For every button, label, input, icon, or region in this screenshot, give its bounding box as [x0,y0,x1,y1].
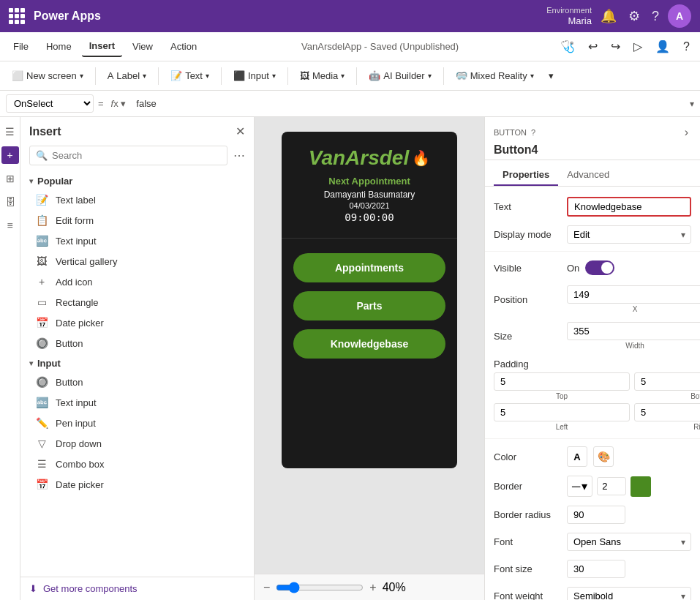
pad-left-input[interactable] [494,403,630,421]
list-item[interactable]: 🔘 Button [20,333,254,353]
list-item[interactable]: 🔤 Text input [20,392,254,413]
font-size-input[interactable] [567,560,625,578]
zoom-out-button[interactable]: − [263,581,270,594]
input-section-header[interactable]: ▾ Input [20,353,254,372]
list-item[interactable]: 📋 Edit form [20,210,254,230]
text-button[interactable]: 📝 Text ▾ [165,67,215,84]
redo-icon[interactable]: ↪ [606,37,625,56]
menu-insert[interactable]: Insert [82,36,122,57]
border-style-caret: ▾ [582,479,587,493]
person-icon[interactable]: 👤 [651,37,674,56]
zoom-slider[interactable] [276,582,364,593]
panel-expand-icon[interactable]: › [682,123,691,142]
media-button[interactable]: 🖼 Media ▾ [294,67,350,84]
menu-view[interactable]: View [125,37,160,56]
border-color-swatch[interactable] [631,476,651,497]
font-select[interactable]: Open Sans [567,533,691,551]
border-width-input[interactable] [597,477,626,495]
sidebar-data-icon[interactable]: 🗄 [1,193,19,211]
appointments-button[interactable]: Appointments [293,253,445,282]
text-prop-input[interactable] [567,197,691,217]
pad-top-input[interactable] [494,372,630,391]
edit-form-item: Edit form [56,215,94,226]
more-toolbar-button[interactable]: ▾ [543,67,560,84]
tab-advanced[interactable]: Advanced [558,165,618,186]
settings-icon[interactable]: ⚙ [625,5,643,27]
formula-expand-icon[interactable]: ▾ [690,99,694,109]
visible-toggle-switch[interactable] [585,260,614,275]
knowledgebase-button[interactable]: Knowledgebase [293,329,445,359]
list-item[interactable]: 📅 Date picker [20,474,254,495]
list-item[interactable]: 🔤 Text input [20,230,254,251]
formula-input[interactable] [133,95,685,112]
zoom-in-button[interactable]: + [369,581,376,594]
top-bar-right: Environment Maria 🔔 ⚙ ? A [546,4,691,28]
list-item[interactable]: ✏️ Pen input [20,413,254,433]
notification-icon[interactable]: 🔔 [598,5,620,27]
sidebar-variables-icon[interactable]: ≡ [1,217,19,234]
text-caret-icon: ▾ [206,72,209,80]
menu-file[interactable]: File [6,37,36,56]
border-prop-label: Border [494,481,567,492]
more-options-icon[interactable]: ⋯ [233,149,245,162]
edit-form-icon: 📋 [35,214,48,226]
undo-icon[interactable]: ↩ [584,37,602,56]
new-screen-button[interactable]: ⬜ New screen ▾ [6,67,89,84]
search-box: 🔍 [29,146,227,165]
parts-button[interactable]: Parts [293,291,445,320]
right-panel: BUTTON ? › Button4 Properties Advanced T… [484,117,700,600]
pad-bottom-label: Bottom [634,392,700,400]
help-menu-icon[interactable]: ? [679,37,694,56]
list-item[interactable]: 📝 Text label [20,190,254,210]
canvas-scroll[interactable]: VanArsdel 🔥 Next Appointment Damayanti B… [255,117,484,574]
size-width-input[interactable] [567,322,700,340]
pad-right-input[interactable] [634,403,700,421]
padding-grid-top-bottom: Top Bottom [494,372,691,400]
border-style-select[interactable]: ─ ▾ [567,476,592,497]
insert-panel: Insert ✕ 🔍 ⋯ ▾ Popular 📝 Text label 📋 Ed… [20,117,255,600]
position-prop-value: X Y [567,285,700,313]
list-item[interactable]: 🖼 Vertical gallery [20,251,254,271]
sidebar-insert-icon[interactable]: + [1,146,19,164]
formula-fx-button[interactable]: fx ▾ [108,97,129,110]
display-mode-select[interactable]: Edit [567,225,691,244]
avatar[interactable]: A [668,4,691,28]
list-item[interactable]: + Add icon [20,271,254,292]
list-item[interactable]: 🔘 Button [20,372,254,392]
mixed-reality-button[interactable]: 🥽 Mixed Reality ▾ [450,67,540,84]
add-icon-icon: + [35,276,48,288]
pos-x-input[interactable] [567,285,700,304]
list-item[interactable]: ☰ Combo box [20,454,254,474]
insert-panel-close-icon[interactable]: ✕ [236,124,245,138]
list-item[interactable]: ▭ Rectangle [20,292,254,312]
border-radius-input[interactable] [567,506,625,524]
play-icon[interactable]: ▷ [629,37,647,56]
menu-home[interactable]: Home [39,37,79,56]
list-item[interactable]: 📅 Date picker [20,312,254,333]
date-picker-input-item: Date picker [56,479,104,490]
component-help-icon[interactable]: ? [531,128,535,137]
pad-top-wrap: Top [494,372,630,400]
color-a-button[interactable]: A [567,446,587,467]
list-item[interactable]: ▽ Drop down [20,433,254,454]
get-more-icon: ⬇ [29,583,37,594]
menu-action[interactable]: Action [163,37,204,56]
apps-grid-icon[interactable] [9,8,25,24]
visible-prop-value: On [567,260,691,275]
stethoscope-icon[interactable]: 🩺 [556,37,579,56]
label-button[interactable]: A Label ▾ [102,67,152,84]
pad-bottom-input[interactable] [634,372,700,391]
popular-section-header[interactable]: ▾ Popular [20,171,254,190]
help-icon[interactable]: ? [649,6,662,27]
sidebar-hamburger-icon[interactable]: ☰ [1,123,19,140]
font-weight-select[interactable]: Semibold Regular Bold [567,587,691,600]
get-more-components-button[interactable]: ⬇ Get more components [20,577,254,600]
new-screen-caret-icon: ▾ [80,72,83,80]
input-button[interactable]: ⬛ Input ▾ [227,67,282,84]
ai-builder-button[interactable]: 🤖 AI Builder ▾ [363,67,437,84]
sidebar-layers-icon[interactable]: ⊞ [1,170,19,187]
formula-property-select[interactable]: OnSelect [6,94,94,113]
search-input[interactable] [52,150,221,161]
color-picker-button[interactable]: 🎨 [593,446,614,467]
tab-properties[interactable]: Properties [494,165,558,186]
